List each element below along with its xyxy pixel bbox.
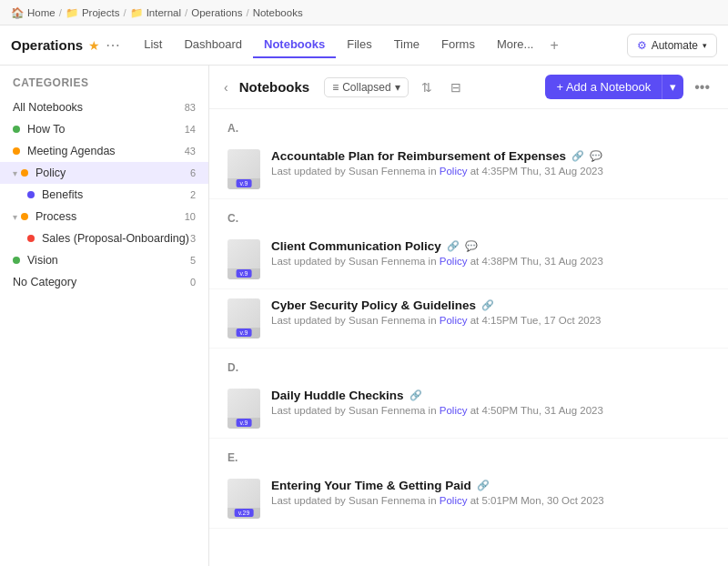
sort-icon[interactable]: ⇅	[416, 76, 438, 98]
tab-notebooks[interactable]: Notebooks	[253, 32, 336, 58]
sidebar-count-all: 83	[185, 102, 196, 113]
tab-forms[interactable]: Forms	[430, 32, 486, 58]
breadcrumb-sep1: /	[59, 7, 62, 18]
section-header-d: D.	[209, 349, 728, 379]
chevron-down-icon: ▾	[13, 168, 17, 178]
notebook-meta: Last updated by Susan Fennema in Policy …	[271, 315, 710, 326]
add-notebook-button[interactable]: + Add a Notebook	[545, 75, 662, 99]
chevron-down-icon: ▾	[703, 41, 707, 50]
tab-time[interactable]: Time	[383, 32, 430, 58]
breadcrumb: 🏠 Home / 📁 Projects / 📁 Internal / Opera…	[0, 0, 728, 25]
dot-icon	[27, 191, 35, 198]
sidebar-item-policy[interactable]: ▾ Policy 6	[0, 162, 208, 184]
category-link[interactable]: Policy	[440, 495, 468, 506]
sidebar-item-label: Sales (Proposal-Onboarding)	[42, 232, 189, 245]
sidebar-item-label: How To	[27, 123, 65, 136]
sidebar-count: 3	[190, 233, 196, 244]
link-icon: 🔗	[447, 240, 460, 252]
sidebar-item-sales[interactable]: Sales (Proposal-Onboarding) 3	[0, 227, 208, 249]
dot-icon	[21, 213, 28, 220]
breadcrumb-internal[interactable]: Internal	[147, 7, 181, 18]
notebook-info: Cyber Security Policy & Guidelines 🔗 Las…	[271, 298, 710, 326]
category-link[interactable]: Policy	[440, 256, 468, 267]
notebook-info: Entering Your Time & Getting Paid 🔗 Last…	[271, 479, 710, 506]
project-title: Operations	[11, 37, 83, 53]
sidebar-item-label: Vision	[27, 254, 58, 267]
sidebar-item-all-notebooks[interactable]: All Notebooks 83	[0, 96, 208, 118]
section-header-c: C.	[209, 199, 728, 230]
more-options-icon[interactable]: ⋯	[106, 36, 120, 54]
sidebar-item-label: Policy	[35, 167, 66, 179]
section-header-a: A.	[209, 109, 728, 140]
chat-icon: 💬	[590, 150, 602, 162]
notebook-thumbnail: v.9	[228, 239, 260, 279]
notebook-name[interactable]: Entering Your Time & Getting Paid 🔗	[271, 479, 710, 492]
sidebar-item-no-category[interactable]: No Category 0	[0, 271, 208, 293]
top-nav: Operations ★ ⋯ List Dashboard Notebooks …	[0, 25, 728, 66]
back-button[interactable]: ‹	[224, 80, 228, 95]
tab-more[interactable]: More...	[486, 32, 544, 58]
sidebar-item-benefits[interactable]: Benefits 2	[0, 184, 208, 206]
collapsed-button[interactable]: ≡ Collapsed ▾	[324, 77, 408, 97]
category-link[interactable]: Policy	[440, 166, 468, 177]
add-tab-icon[interactable]: +	[544, 37, 563, 54]
content-area: ‹ Notebooks ≡ Collapsed ▾ ⇅ ⊟ + Add a No…	[209, 66, 728, 566]
version-badge: v.9	[237, 179, 252, 187]
notebook-meta: Last updated by Susan Fennema in Policy …	[271, 166, 710, 177]
notebook-item: v.9 Accountable Plan for Reimbursement o…	[209, 140, 728, 199]
collapsed-label: Collapsed	[342, 81, 390, 94]
section-header-e: E.	[209, 439, 728, 470]
notebook-meta: Last updated by Susan Fennema in Policy …	[271, 405, 710, 416]
sidebar-title: Categories	[0, 76, 208, 96]
link-icon: 🔗	[571, 150, 584, 162]
breadcrumb-sep2: /	[123, 7, 126, 18]
chevron-down-icon: ▾	[395, 81, 400, 94]
sidebar: Categories All Notebooks 83 How To 14 Me…	[0, 66, 209, 566]
more-dots-icon[interactable]: •••	[691, 79, 713, 96]
sidebar-item-label: Benefits	[42, 188, 83, 201]
notebook-thumbnail: v.9	[228, 149, 260, 189]
notebook-item: v.9 Daily Huddle Checkins 🔗 Last updated…	[209, 379, 728, 439]
tab-dashboard[interactable]: Dashboard	[173, 32, 253, 58]
link-icon: 🔗	[481, 299, 494, 311]
automate-button[interactable]: ⚙ Automate ▾	[627, 34, 717, 57]
sidebar-item-vision[interactable]: Vision 5	[0, 249, 208, 271]
sidebar-count: 43	[185, 146, 196, 157]
category-link[interactable]: Policy	[440, 315, 468, 326]
breadcrumb-projects[interactable]: Projects	[82, 7, 120, 18]
add-notebook-dropdown[interactable]: ▾	[662, 75, 683, 99]
notebook-name[interactable]: Cyber Security Policy & Guidelines 🔗	[271, 298, 710, 312]
folder-icon2: 📁	[130, 6, 143, 19]
folder-icon: 📁	[66, 6, 78, 19]
notebook-info: Daily Huddle Checkins 🔗 Last updated by …	[271, 389, 710, 416]
nav-tabs: List Dashboard Notebooks Files Time Form…	[133, 32, 624, 58]
tab-files[interactable]: Files	[336, 32, 382, 58]
breadcrumb-home[interactable]: Home	[27, 7, 56, 18]
category-link[interactable]: Policy	[440, 405, 468, 416]
dot-icon	[13, 257, 20, 264]
star-icon[interactable]: ★	[88, 38, 100, 53]
sidebar-item-how-to[interactable]: How To 14	[0, 118, 208, 140]
notebook-name[interactable]: Client Communication Policy 🔗 💬	[271, 239, 710, 253]
sidebar-item-process[interactable]: ▾ Process 10	[0, 206, 208, 227]
sidebar-item-meeting-agendas[interactable]: Meeting Agendas 43	[0, 140, 208, 162]
notebook-name[interactable]: Accountable Plan for Reimbursement of Ex…	[271, 149, 710, 163]
notebook-name[interactable]: Daily Huddle Checkins 🔗	[271, 389, 710, 402]
notebook-meta: Last updated by Susan Fennema in Policy …	[271, 256, 710, 267]
dot-icon	[21, 169, 28, 177]
link-icon: 🔗	[410, 389, 422, 401]
tab-list[interactable]: List	[133, 32, 173, 58]
home-icon: 🏠	[11, 6, 24, 19]
breadcrumb-operations[interactable]: Operations	[191, 7, 242, 18]
notebooks-title: Notebooks	[239, 79, 310, 95]
sidebar-count: 14	[185, 124, 196, 135]
automate-label: Automate	[652, 39, 698, 52]
sidebar-count: 6	[190, 167, 196, 178]
breadcrumb-notebooks[interactable]: Notebooks	[253, 7, 303, 18]
link-icon: 🔗	[477, 480, 490, 491]
sidebar-item-label: All Notebooks	[13, 101, 83, 114]
notebook-item: v.29 Entering Your Time & Getting Paid 🔗…	[209, 470, 728, 529]
breadcrumb-sep3: /	[185, 7, 187, 18]
filter-icon[interactable]: ⊟	[445, 76, 467, 98]
automate-icon: ⚙	[637, 39, 647, 52]
